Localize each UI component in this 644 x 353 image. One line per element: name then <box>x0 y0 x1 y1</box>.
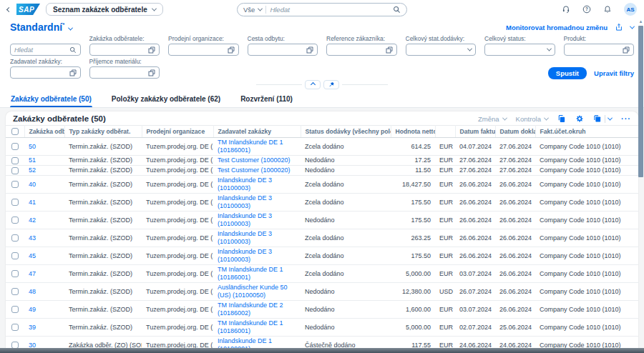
row-checkbox[interactable] <box>11 234 19 242</box>
sales-order-link[interactable]: 52 <box>29 166 36 174</box>
table-row[interactable]: 51Termin.zakáz. (SZOD)Tuzem.prodej.org. … <box>6 156 638 166</box>
row-checkbox[interactable] <box>11 143 19 150</box>
table-row[interactable]: 48Termin.zakáz. (SZOD)Tuzem.prodej.org. … <box>6 283 638 301</box>
shell-search[interactable]: Vše Hledat <box>237 3 407 16</box>
sales-order-link[interactable]: 48 <box>29 288 36 295</box>
check-menu-button[interactable]: Kontrola <box>516 115 548 123</box>
settings-button[interactable] <box>575 114 584 123</box>
help-button[interactable]: ? <box>582 5 591 14</box>
table-row[interactable]: 50Termin.zakáz. (SZOD)Tuzem.prodej.org. … <box>6 138 638 156</box>
search-icon[interactable] <box>393 6 401 14</box>
adapt-filters-button[interactable]: Upravit filtry <box>594 69 634 77</box>
sales-order-link[interactable]: 30 <box>29 342 36 349</box>
sales-order-link[interactable]: 45 <box>29 252 36 259</box>
table-row[interactable]: 47Termin.zakáz. (SZOD)Tuzem.prodej.org. … <box>6 265 638 283</box>
pin-header-button[interactable] <box>323 80 339 89</box>
row-checkbox[interactable] <box>11 270 19 277</box>
table-row[interactable]: 49Termin.zakáz. (SZOD)Tuzem.prodej.org. … <box>6 301 638 319</box>
sales-order-link[interactable]: 51 <box>29 156 36 164</box>
support-button[interactable] <box>562 5 570 14</box>
sales-order-link[interactable]: 47 <box>29 270 36 277</box>
value-help-icon[interactable] <box>148 46 155 54</box>
row-checkbox[interactable] <box>11 181 19 188</box>
row-checkbox[interactable] <box>11 157 19 164</box>
share-button[interactable] <box>615 23 623 31</box>
row-checkbox[interactable] <box>11 288 19 295</box>
sold-to-party-link[interactable]: Inlandskunde DE 3 (10100003) <box>218 176 272 192</box>
notifications-button[interactable] <box>603 5 612 14</box>
sold-to-party-link[interactable]: Inlandskunde DE 3 (10100003) <box>218 248 272 263</box>
sold-to-party-link[interactable]: TM Inlandskunde DE 1 (10186001) <box>218 266 283 281</box>
scrollbar-thumb[interactable] <box>638 26 643 177</box>
filter-field-input[interactable] <box>406 44 477 56</box>
filter-field-input[interactable] <box>89 66 160 79</box>
sales-order-link[interactable]: 41 <box>29 199 36 206</box>
tab-schedule-lines[interactable]: Rozvržení (110) <box>240 93 293 107</box>
header-expand-button[interactable] <box>630 26 634 29</box>
row-checkbox[interactable] <box>11 306 19 313</box>
sold-to-party-link[interactable]: Inlandskunde DE 3 (10100003) <box>218 230 272 245</box>
column-header[interactable] <box>435 126 455 138</box>
table-row[interactable]: 42Termin.zakáz. (SZOD)Tuzem.prodej.org. … <box>6 212 638 229</box>
monitor-mass-change-link[interactable]: Monitorovat hromadnou změnu <box>506 24 608 31</box>
collapse-header-button[interactable] <box>305 80 321 89</box>
sales-order-link[interactable]: 43 <box>29 234 36 242</box>
sold-to-party-link[interactable]: TM Inlandskunde DE 1 (10186001) <box>218 139 283 154</box>
table-row[interactable]: 41Termin.zakáz. (SZOD)Tuzem.prodej.org. … <box>6 194 638 212</box>
table-row[interactable]: 43Termin.zakáz. (SZOD)Tuzem.prodej.org. … <box>6 229 638 247</box>
sales-order-link[interactable]: 42 <box>29 217 36 224</box>
value-help-icon[interactable] <box>148 69 155 76</box>
sales-order-link[interactable]: 40 <box>29 181 36 188</box>
filter-field-input[interactable] <box>89 44 160 56</box>
sold-to-party-link[interactable]: Inlandskunde DE 3 (10100003) <box>218 194 272 209</box>
select-all-checkbox[interactable] <box>11 128 19 135</box>
sap-logo[interactable]: SAP <box>16 4 40 15</box>
column-header[interactable]: Fakt.účet.okruh <box>535 126 638 138</box>
row-checkbox[interactable] <box>11 252 19 259</box>
avatar[interactable]: AS <box>624 3 637 16</box>
table-row[interactable]: 40Termin.zakáz. (SZOD)Tuzem.prodej.org. … <box>6 176 638 194</box>
table-row[interactable]: 39Termin.zakáz. (SZOD)Tuzem.prodej.org. … <box>6 319 638 337</box>
value-help-icon[interactable] <box>306 46 313 54</box>
table-row[interactable]: 45Termin.zakáz. (SZOD)Tuzem.prodej.org. … <box>6 247 638 265</box>
sold-to-party-link[interactable]: TM Inlandskunde DE 1 (10186001) <box>218 319 283 334</box>
sold-to-party-link[interactable]: Ausländischer Kunde 50 (US) (10100050) <box>218 284 288 299</box>
sales-order-link[interactable]: 49 <box>29 306 36 313</box>
search-scope-select[interactable]: Vše <box>243 6 262 14</box>
value-help-icon[interactable] <box>386 46 393 54</box>
row-checkbox[interactable] <box>11 217 19 224</box>
filter-field-input[interactable] <box>564 44 635 56</box>
copy-button[interactable] <box>557 114 566 123</box>
change-menu-button[interactable]: Změna <box>478 115 507 123</box>
overflow-menu-button[interactable]: ··· <box>621 114 631 123</box>
row-checkbox[interactable] <box>11 199 19 206</box>
sold-to-party-link[interactable]: TM Inlandskunde DE 2 (10186002) <box>218 302 283 317</box>
tab-sales-order-items[interactable]: Položky zakázky odběratele (62) <box>111 93 221 107</box>
search-icon[interactable] <box>69 46 77 54</box>
export-menu-button[interactable] <box>608 117 612 121</box>
sales-order-link[interactable]: 39 <box>29 324 36 331</box>
column-header[interactable]: Prodejní organizace <box>142 126 213 138</box>
filter-field-input[interactable] <box>484 44 555 56</box>
sold-to-party-link[interactable]: Inlandskunde DE 3 (10100003) <box>218 212 272 227</box>
app-title-menu[interactable]: Seznam zakázek odběratele <box>46 3 163 16</box>
vertical-scrollbar[interactable]: ▲ <box>638 19 644 348</box>
filter-field-input[interactable] <box>168 44 239 56</box>
variant-selector[interactable]: Standardní* <box>10 21 72 33</box>
column-header[interactable]: Hodnota netto <box>391 126 435 138</box>
tab-sales-orders[interactable]: Zakázky odběratele (50) <box>10 93 92 107</box>
column-header[interactable]: Datum dokladu <box>495 126 535 138</box>
column-header[interactable]: Typ zakázky odběrat. <box>64 126 142 138</box>
scroll-up-icon[interactable]: ▲ <box>638 19 643 24</box>
row-checkbox[interactable] <box>11 167 19 174</box>
search-input[interactable]: Hledat <box>270 6 389 14</box>
value-help-icon[interactable] <box>228 46 235 54</box>
value-help-icon[interactable] <box>69 69 77 76</box>
filter-field-input[interactable] <box>326 44 397 56</box>
column-header[interactable]: Status dodávky (všechny položky) <box>301 126 391 138</box>
value-help-icon[interactable] <box>623 46 630 54</box>
row-checkbox[interactable] <box>11 324 19 331</box>
table-row[interactable]: 52Termin.zakáz. (SZOD)Tuzem.prodej.org. … <box>6 166 638 176</box>
back-button[interactable] <box>7 8 11 11</box>
filter-field-input[interactable] <box>10 66 81 79</box>
